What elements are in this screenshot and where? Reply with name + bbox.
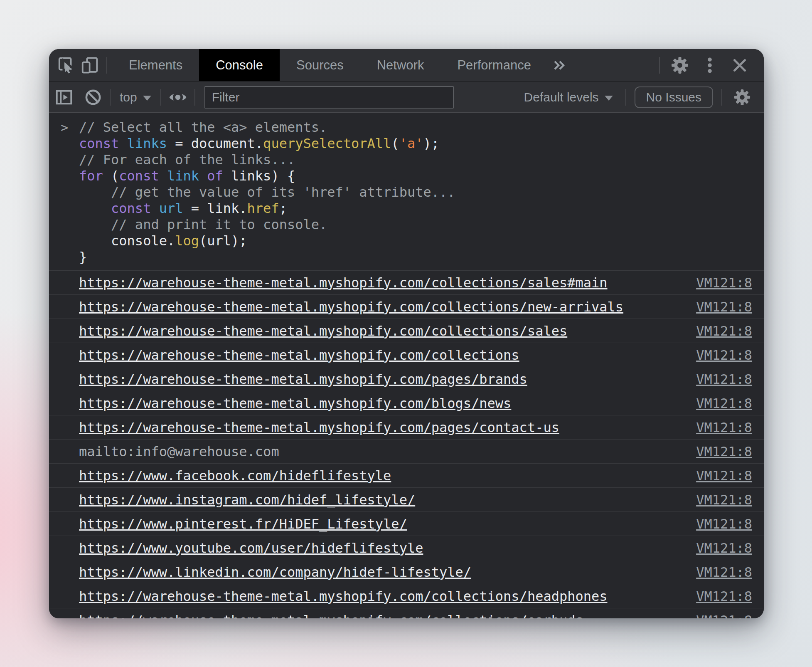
device-toolbar-icon	[80, 56, 99, 75]
console-message-source-link[interactable]: VM121:8	[696, 468, 752, 484]
chevron-down-icon	[143, 96, 151, 101]
console-message-source-link[interactable]: VM121:8	[696, 516, 752, 532]
live-expression-button[interactable]	[166, 87, 189, 107]
devtools-menu-button[interactable]	[695, 56, 725, 74]
console-message-text[interactable]: https://warehouse-theme-metal.myshopify.…	[79, 613, 583, 619]
console-message-source-link[interactable]: VM121:8	[696, 492, 752, 508]
console-messages: https://warehouse-theme-metal.myshopify.…	[49, 270, 764, 618]
console-message-source-link[interactable]: VM121:8	[696, 540, 752, 556]
console-sidebar-button[interactable]	[52, 88, 76, 107]
console-message-row: https://warehouse-theme-metal.myshopify.…	[49, 367, 764, 391]
execution-context-selector[interactable]: top	[116, 90, 155, 104]
console-command-echo: > // Select all the <a> elements.const l…	[49, 113, 764, 270]
devtools-settings-button[interactable]	[665, 56, 695, 75]
console-message-text[interactable]: https://warehouse-theme-metal.myshopify.…	[79, 347, 519, 363]
console-message-text[interactable]: https://warehouse-theme-metal.myshopify.…	[79, 588, 608, 604]
console-message-text[interactable]: https://warehouse-theme-metal.myshopify.…	[79, 395, 511, 411]
console-content: > // Select all the <a> elements.const l…	[49, 113, 764, 618]
console-message-source-link[interactable]: VM121:8	[696, 371, 752, 387]
console-message-row: https://www.linkedin.com/company/hidef-l…	[49, 560, 764, 584]
console-message-text[interactable]: https://warehouse-theme-metal.myshopify.…	[79, 275, 608, 291]
console-message-row: mailto:info@warehouse.com VM121:8	[49, 439, 764, 463]
console-message-text[interactable]: https://warehouse-theme-metal.myshopify.…	[79, 371, 527, 387]
tab-network[interactable]: Network	[360, 49, 441, 81]
console-message-source-link[interactable]: VM121:8	[696, 299, 752, 315]
log-levels-label: Default levels	[524, 90, 599, 104]
chevron-down-icon	[605, 96, 613, 101]
console-message-row: https://www.instagram.com/hidef_lifestyl…	[49, 487, 764, 511]
console-message-source-link[interactable]: VM121:8	[696, 564, 752, 580]
devtools-close-button[interactable]	[725, 56, 755, 75]
device-toolbar-button[interactable]	[78, 49, 101, 81]
toolbar-separator	[110, 89, 111, 106]
console-message-row: https://warehouse-theme-metal.myshopify.…	[49, 270, 764, 294]
tabbar-separator	[106, 57, 107, 74]
devtools-window: ElementsConsoleSourcesNetworkPerformance	[49, 49, 764, 618]
tab-elements[interactable]: Elements	[112, 49, 199, 81]
console-sidebar-icon	[54, 88, 74, 107]
console-message-row: https://www.youtube.com/user/hideflifest…	[49, 536, 764, 560]
clear-console-button[interactable]	[81, 88, 105, 107]
console-message-text[interactable]: mailto:info@warehouse.com	[79, 444, 279, 459]
toolbar-separator	[625, 89, 626, 106]
console-message-row: https://warehouse-theme-metal.myshopify.…	[49, 584, 764, 608]
inspect-element-button[interactable]	[55, 49, 78, 81]
console-message-text[interactable]: https://www.instagram.com/hidef_lifestyl…	[79, 492, 415, 508]
console-message-source-link[interactable]: VM121:8	[696, 588, 752, 604]
command-code: // Select all the <a> elements.const lin…	[79, 119, 752, 265]
clear-console-icon	[84, 88, 103, 107]
console-message-row: https://warehouse-theme-metal.myshopify.…	[49, 415, 764, 439]
tabbar-right-separator	[659, 57, 660, 74]
console-message-text[interactable]: https://www.facebook.com/hideflifestyle	[79, 468, 391, 484]
code-line: // and print it to console.	[79, 217, 752, 233]
panel-tabs: ElementsConsoleSourcesNetworkPerformance	[112, 49, 548, 81]
code-line: // get the value of its 'href' attribute…	[79, 184, 752, 200]
eye-icon	[168, 87, 188, 107]
code-line: // Select all the <a> elements.	[79, 119, 752, 136]
code-line: }	[79, 249, 752, 265]
console-message-row: https://warehouse-theme-metal.myshopify.…	[49, 294, 764, 319]
tab-performance[interactable]: Performance	[440, 49, 547, 81]
console-message-source-link[interactable]: VM121:8	[696, 323, 752, 339]
log-levels-selector[interactable]: Default levels	[520, 90, 617, 104]
issues-button[interactable]: No Issues	[635, 86, 713, 108]
close-icon	[730, 56, 749, 75]
toolbar-separator	[160, 89, 161, 106]
console-message-source-link[interactable]: VM121:8	[696, 444, 752, 459]
console-message-source-link[interactable]: VM121:8	[696, 275, 752, 291]
tab-sources[interactable]: Sources	[280, 49, 360, 81]
console-message-text[interactable]: https://www.pinterest.fr/HiDEF_Lifestyle…	[79, 516, 407, 532]
kebab-menu-icon	[701, 56, 719, 74]
console-message-source-link[interactable]: VM121:8	[696, 420, 752, 435]
code-line: const url = link.href;	[79, 200, 752, 217]
console-filter-input[interactable]	[204, 86, 454, 109]
console-message-source-link[interactable]: VM121:8	[696, 347, 752, 363]
settings-gear-icon	[670, 56, 689, 75]
console-message-row: https://warehouse-theme-metal.myshopify.…	[49, 343, 764, 367]
console-settings-button[interactable]	[731, 88, 754, 106]
console-settings-gear-icon	[733, 88, 751, 106]
console-message-text[interactable]: https://www.linkedin.com/company/hidef-l…	[79, 564, 471, 580]
inspect-element-icon	[57, 56, 76, 75]
console-message-text[interactable]: https://www.youtube.com/user/hideflifest…	[79, 540, 423, 556]
toolbar-separator	[194, 89, 195, 106]
console-message-text[interactable]: https://warehouse-theme-metal.myshopify.…	[79, 299, 623, 315]
more-tabs-button[interactable]	[548, 49, 571, 81]
console-message-row: https://www.pinterest.fr/HiDEF_Lifestyle…	[49, 511, 764, 536]
console-message-text[interactable]: https://warehouse-theme-metal.myshopify.…	[79, 420, 559, 435]
console-message-row: https://www.facebook.com/hideflifestyle …	[49, 463, 764, 487]
code-line: const links = document.querySelectorAll(…	[79, 136, 752, 152]
console-prompt-chevron: >	[61, 119, 68, 136]
console-message-row: https://warehouse-theme-metal.myshopify.…	[49, 391, 764, 415]
console-toolbar: top Default levels No Issues	[49, 82, 764, 113]
console-message-source-link[interactable]: VM121:8	[696, 613, 752, 619]
code-line: for (const link of links) {	[79, 168, 752, 184]
console-message-row: https://warehouse-theme-metal.myshopify.…	[49, 319, 764, 343]
devtools-tabbar: ElementsConsoleSourcesNetworkPerformance	[49, 49, 764, 82]
code-line: // For each of the links...	[79, 152, 752, 168]
console-message-row: https://warehouse-theme-metal.myshopify.…	[49, 608, 764, 618]
tab-console[interactable]: Console	[199, 49, 280, 81]
console-message-source-link[interactable]: VM121:8	[696, 395, 752, 411]
console-message-text[interactable]: https://warehouse-theme-metal.myshopify.…	[79, 323, 567, 339]
toolbar-separator	[721, 89, 722, 106]
